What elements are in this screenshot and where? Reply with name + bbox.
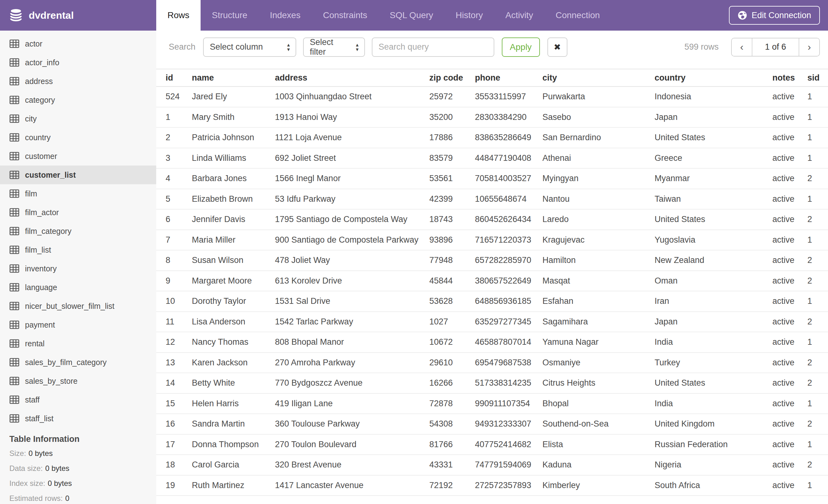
sidebar-item-address[interactable]: address: [0, 72, 156, 91]
column-header-phone[interactable]: phone: [475, 69, 542, 87]
sidebar-item-country[interactable]: country: [0, 128, 156, 147]
tab-activity[interactable]: Activity: [494, 0, 544, 31]
tab-history[interactable]: History: [444, 0, 494, 31]
sidebar-item-inventory[interactable]: inventory: [0, 259, 156, 278]
sidebar-item-payment[interactable]: payment: [0, 315, 156, 334]
column-header-notes[interactable]: notes: [772, 69, 808, 87]
close-icon: ✖: [554, 42, 561, 52]
table-row[interactable]: 18Carol Garcia320 Brest Avenue4333174779…: [156, 455, 828, 475]
tab-indexes[interactable]: Indexes: [259, 0, 312, 31]
table-row[interactable]: 16Sandra Martin360 Toulouse Parkway54308…: [156, 414, 828, 434]
sidebar-item-city[interactable]: city: [0, 109, 156, 128]
search-query-input[interactable]: [372, 38, 494, 57]
sidebar-item-film[interactable]: film: [0, 184, 156, 203]
sidebar-item-rental[interactable]: rental: [0, 334, 156, 353]
cell-phone: 747791594069: [475, 455, 542, 475]
cell-phone: 407752414682: [475, 434, 542, 455]
sidebar-item-nicer_but_slower_film_list[interactable]: nicer_but_slower_film_list: [0, 296, 156, 315]
table-row[interactable]: 524Jared Ely1003 Qinhuangdao Street25972…: [156, 87, 828, 107]
cell-zip_code: 54308: [429, 414, 475, 434]
table-row[interactable]: 19Ruth Martinez1417 Lancaster Avenue7219…: [156, 475, 828, 496]
table-row[interactable]: 10Dorothy Taylor1531 Sal Drive5362864885…: [156, 291, 828, 312]
sidebar-item-category[interactable]: category: [0, 91, 156, 109]
filter-select[interactable]: Select filter ▴▾: [303, 38, 365, 57]
cell-phone: 465887807014: [475, 332, 542, 353]
cell-zip_code: 35200: [429, 107, 475, 128]
next-page-button[interactable]: ›: [799, 38, 819, 56]
table-row[interactable]: 5Elizabeth Brown53 Idfu Parkway423991065…: [156, 189, 828, 210]
table-info-size: Size:0 bytes: [0, 446, 156, 461]
table-row[interactable]: 14Betty White770 Bydgoszcz Avenue1626651…: [156, 373, 828, 394]
column-header-address[interactable]: address: [275, 69, 429, 87]
table-row[interactable]: 2Patricia Johnson1121 Loja Avenue1788683…: [156, 127, 828, 148]
table-row[interactable]: 9Margaret Moore613 Korolev Drive45844380…: [156, 271, 828, 291]
column-header-sid[interactable]: sid: [808, 69, 828, 87]
prev-page-button[interactable]: ‹: [732, 38, 752, 56]
tab-sql-query[interactable]: SQL Query: [378, 0, 444, 31]
cell-sid: 1: [808, 107, 828, 128]
sidebar-item-staff[interactable]: staff: [0, 390, 156, 409]
edit-connection-button[interactable]: Edit Connection: [729, 6, 820, 25]
cell-country: India: [655, 394, 772, 414]
sidebar-item-film_category[interactable]: film_category: [0, 222, 156, 240]
cell-name: Betty White: [192, 373, 275, 394]
table-row[interactable]: 4Barbara Jones1566 Inegl Manor5356170581…: [156, 168, 828, 189]
tab-structure[interactable]: Structure: [201, 0, 259, 31]
sidebar-item-actor[interactable]: actor: [0, 34, 156, 53]
cell-notes: active: [772, 353, 808, 373]
cell-id: 2: [156, 127, 192, 148]
cell-notes: active: [772, 332, 808, 353]
column-header-id[interactable]: id: [156, 69, 192, 87]
cell-name: Karen Jackson: [192, 353, 275, 373]
table-grid-icon: [9, 189, 19, 198]
sidebar-item-film_actor[interactable]: film_actor: [0, 203, 156, 222]
table-grid-icon: [9, 320, 19, 329]
table-row[interactable]: 11Lisa Anderson1542 Tarlac Parkway102763…: [156, 312, 828, 332]
tab-constraints[interactable]: Constraints: [312, 0, 379, 31]
column-header-country[interactable]: country: [655, 69, 772, 87]
sidebar-item-sales_by_film_category[interactable]: sales_by_film_category: [0, 353, 156, 372]
sidebar-item-customer[interactable]: customer: [0, 147, 156, 166]
cell-country: Russian Federation: [655, 434, 772, 455]
cell-country: India: [655, 332, 772, 353]
table-row[interactable]: 1Mary Smith1913 Hanoi Way352002830338429…: [156, 107, 828, 128]
sidebar-item-staff_list[interactable]: staff_list: [0, 409, 156, 428]
cell-sid: 2: [808, 455, 828, 475]
column-select[interactable]: Select column ▴▾: [203, 38, 296, 57]
sidebar-item-actor_info[interactable]: actor_info: [0, 53, 156, 72]
tab-connection[interactable]: Connection: [544, 0, 611, 31]
table-row[interactable]: 15Helen Harris419 Iligan Lane72878990911…: [156, 394, 828, 414]
table-row[interactable]: 13Karen Jackson270 Amroha Parkway2961069…: [156, 353, 828, 373]
cell-phone: 448477190408: [475, 148, 542, 169]
clear-search-button[interactable]: ✖: [547, 38, 568, 57]
cell-notes: active: [772, 434, 808, 455]
sidebar-item-sales_by_store[interactable]: sales_by_store: [0, 372, 156, 390]
cell-city: Kimberley: [542, 475, 655, 496]
sidebar-item-label: rental: [25, 339, 45, 348]
table-row[interactable]: 17Donna Thompson270 Toulon Boulevard8176…: [156, 434, 828, 455]
table-row[interactable]: 8Susan Wilson478 Joliet Way7794865728228…: [156, 250, 828, 271]
sidebar-item-film_list[interactable]: film_list: [0, 240, 156, 259]
apply-button[interactable]: Apply: [502, 38, 540, 57]
cell-id: 8: [156, 250, 192, 271]
sidebar-item-language[interactable]: language: [0, 278, 156, 296]
table-row[interactable]: 7Maria Miller900 Santiago de Compostela …: [156, 230, 828, 250]
cell-phone: 716571220373: [475, 230, 542, 250]
sidebar-item-customer_list[interactable]: customer_list: [0, 166, 156, 184]
cell-zip_code: 72192: [429, 475, 475, 496]
cell-id: 15: [156, 394, 192, 414]
cell-country: Yugoslavia: [655, 230, 772, 250]
cell-id: 1: [156, 107, 192, 128]
column-header-zip_code[interactable]: zip code: [429, 69, 475, 87]
column-header-city[interactable]: city: [542, 69, 655, 87]
table-row[interactable]: 3Linda Williams692 Joliet Street83579448…: [156, 148, 828, 169]
table-row[interactable]: 12Nancy Thomas808 Bhopal Manor1067246588…: [156, 332, 828, 353]
tab-rows[interactable]: Rows: [156, 0, 201, 31]
cell-address: 1531 Sal Drive: [275, 291, 429, 312]
cell-sid: 1: [808, 127, 828, 148]
cell-phone: 705814003527: [475, 168, 542, 189]
table-row[interactable]: 6Jennifer Davis1795 Santiago de Composte…: [156, 209, 828, 230]
column-header-name[interactable]: name: [192, 69, 275, 87]
cell-name: Elizabeth Brown: [192, 189, 275, 210]
cell-phone: 949312333307: [475, 414, 542, 434]
